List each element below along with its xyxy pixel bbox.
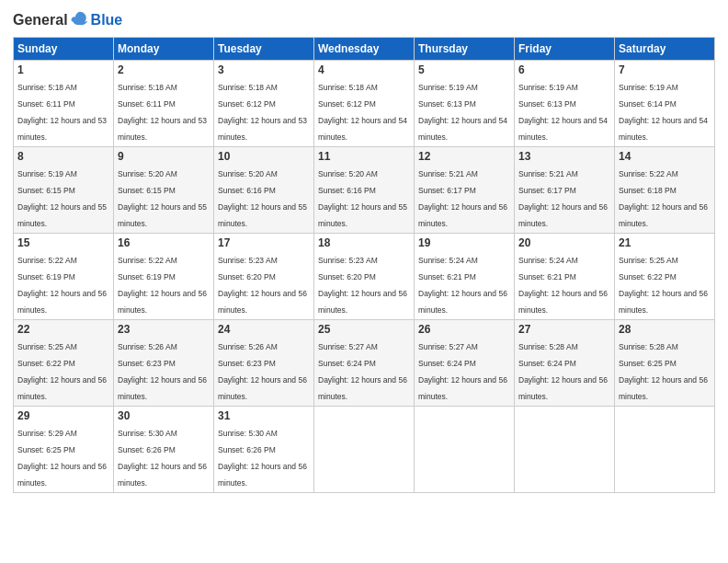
calendar-cell: 6 Sunrise: 5:19 AMSunset: 6:13 PMDayligh… — [515, 61, 615, 147]
day-number: 10 — [218, 150, 310, 163]
calendar-table: SundayMondayTuesdayWednesdayThursdayFrid… — [13, 37, 715, 493]
day-number: 2 — [118, 63, 210, 76]
calendar-cell: 7 Sunrise: 5:19 AMSunset: 6:14 PMDayligh… — [615, 61, 715, 147]
day-number: 17 — [218, 236, 310, 249]
day-number: 16 — [118, 236, 210, 249]
calendar-cell: 22 Sunrise: 5:25 AMSunset: 6:22 PMDaylig… — [14, 320, 114, 407]
calendar-cell: 19 Sunrise: 5:24 AMSunset: 6:21 PMDaylig… — [415, 234, 515, 320]
calendar-cell: 25 Sunrise: 5:27 AMSunset: 6:24 PMDaylig… — [314, 320, 415, 407]
day-number: 8 — [17, 150, 109, 163]
calendar-cell: 31 Sunrise: 5:30 AMSunset: 6:26 PMDaylig… — [214, 407, 314, 493]
day-info: Sunrise: 5:23 AMSunset: 6:20 PMDaylight:… — [218, 256, 307, 315]
calendar-cell: 11 Sunrise: 5:20 AMSunset: 6:16 PMDaylig… — [314, 147, 415, 234]
day-number: 28 — [619, 323, 711, 336]
day-info: Sunrise: 5:20 AMSunset: 6:16 PMDaylight:… — [318, 169, 407, 228]
day-number: 24 — [218, 323, 310, 336]
calendar-cell — [515, 407, 615, 493]
logo-blue-text: Blue — [91, 12, 123, 29]
logo-general-text: General — [13, 12, 68, 29]
header: General Blue — [13, 11, 715, 29]
day-number: 23 — [118, 323, 210, 336]
calendar-cell: 3 Sunrise: 5:18 AMSunset: 6:12 PMDayligh… — [214, 61, 314, 147]
day-info: Sunrise: 5:24 AMSunset: 6:21 PMDaylight:… — [418, 256, 507, 315]
day-info: Sunrise: 5:23 AMSunset: 6:20 PMDaylight:… — [318, 256, 407, 315]
day-number: 1 — [17, 63, 109, 76]
day-info: Sunrise: 5:22 AMSunset: 6:19 PMDaylight:… — [17, 256, 107, 315]
col-header-saturday: Saturday — [615, 38, 715, 61]
day-info: Sunrise: 5:19 AMSunset: 6:14 PMDaylight:… — [619, 83, 708, 142]
day-number: 18 — [318, 236, 410, 249]
day-number: 5 — [418, 63, 510, 76]
day-info: Sunrise: 5:24 AMSunset: 6:21 PMDaylight:… — [518, 256, 608, 315]
day-info: Sunrise: 5:21 AMSunset: 6:17 PMDaylight:… — [518, 169, 608, 228]
calendar-cell: 23 Sunrise: 5:26 AMSunset: 6:23 PMDaylig… — [114, 320, 214, 407]
day-number: 31 — [218, 409, 310, 422]
day-info: Sunrise: 5:28 AMSunset: 6:24 PMDaylight:… — [518, 342, 608, 401]
day-info: Sunrise: 5:29 AMSunset: 6:25 PMDaylight:… — [17, 429, 107, 488]
calendar-week-4: 22 Sunrise: 5:25 AMSunset: 6:22 PMDaylig… — [14, 320, 715, 407]
day-info: Sunrise: 5:26 AMSunset: 6:23 PMDaylight:… — [218, 342, 307, 401]
day-number: 9 — [118, 150, 210, 163]
calendar-week-3: 15 Sunrise: 5:22 AMSunset: 6:19 PMDaylig… — [14, 234, 715, 320]
day-info: Sunrise: 5:25 AMSunset: 6:22 PMDaylight:… — [17, 342, 107, 401]
day-info: Sunrise: 5:18 AMSunset: 6:12 PMDaylight:… — [318, 83, 407, 142]
logo-area: General Blue — [13, 11, 122, 29]
day-number: 7 — [619, 63, 711, 76]
day-info: Sunrise: 5:19 AMSunset: 6:13 PMDaylight:… — [518, 83, 608, 142]
calendar-cell: 17 Sunrise: 5:23 AMSunset: 6:20 PMDaylig… — [214, 234, 314, 320]
calendar-cell — [615, 407, 715, 493]
day-info: Sunrise: 5:19 AMSunset: 6:13 PMDaylight:… — [418, 83, 507, 142]
calendar-cell: 20 Sunrise: 5:24 AMSunset: 6:21 PMDaylig… — [515, 234, 615, 320]
calendar-header-row: SundayMondayTuesdayWednesdayThursdayFrid… — [14, 38, 715, 61]
col-header-thursday: Thursday — [415, 38, 515, 61]
calendar-week-5: 29 Sunrise: 5:29 AMSunset: 6:25 PMDaylig… — [14, 407, 715, 493]
day-number: 29 — [17, 409, 109, 422]
calendar-cell: 24 Sunrise: 5:26 AMSunset: 6:23 PMDaylig… — [214, 320, 314, 407]
page: General Blue SundayMondayTuesdayWednesda… — [0, 0, 728, 563]
day-info: Sunrise: 5:30 AMSunset: 6:26 PMDaylight:… — [118, 429, 207, 488]
day-info: Sunrise: 5:18 AMSunset: 6:11 PMDaylight:… — [17, 83, 107, 142]
calendar-week-1: 1 Sunrise: 5:18 AMSunset: 6:11 PMDayligh… — [14, 61, 715, 147]
calendar-cell: 5 Sunrise: 5:19 AMSunset: 6:13 PMDayligh… — [415, 61, 515, 147]
logo-bird-icon — [70, 11, 90, 29]
calendar-cell: 4 Sunrise: 5:18 AMSunset: 6:12 PMDayligh… — [314, 61, 415, 147]
day-number: 4 — [318, 63, 410, 76]
logo: General Blue — [13, 11, 122, 29]
col-header-tuesday: Tuesday — [214, 38, 314, 61]
day-number: 19 — [418, 236, 510, 249]
day-number: 25 — [318, 323, 410, 336]
day-number: 12 — [418, 150, 510, 163]
calendar-cell: 27 Sunrise: 5:28 AMSunset: 6:24 PMDaylig… — [515, 320, 615, 407]
day-info: Sunrise: 5:28 AMSunset: 6:25 PMDaylight:… — [619, 342, 708, 401]
day-number: 22 — [17, 323, 109, 336]
day-info: Sunrise: 5:26 AMSunset: 6:23 PMDaylight:… — [118, 342, 207, 401]
day-number: 3 — [218, 63, 310, 76]
calendar-cell: 1 Sunrise: 5:18 AMSunset: 6:11 PMDayligh… — [14, 61, 114, 147]
day-number: 30 — [118, 409, 210, 422]
calendar-cell — [314, 407, 415, 493]
calendar-cell: 15 Sunrise: 5:22 AMSunset: 6:19 PMDaylig… — [14, 234, 114, 320]
day-info: Sunrise: 5:30 AMSunset: 6:26 PMDaylight:… — [218, 429, 307, 488]
day-number: 27 — [518, 323, 610, 336]
day-number: 11 — [318, 150, 410, 163]
day-info: Sunrise: 5:18 AMSunset: 6:11 PMDaylight:… — [118, 83, 207, 142]
day-info: Sunrise: 5:20 AMSunset: 6:16 PMDaylight:… — [218, 169, 307, 228]
calendar-cell: 12 Sunrise: 5:21 AMSunset: 6:17 PMDaylig… — [415, 147, 515, 234]
calendar-cell: 16 Sunrise: 5:22 AMSunset: 6:19 PMDaylig… — [114, 234, 214, 320]
day-info: Sunrise: 5:22 AMSunset: 6:18 PMDaylight:… — [619, 169, 708, 228]
day-number: 13 — [518, 150, 610, 163]
day-info: Sunrise: 5:25 AMSunset: 6:22 PMDaylight:… — [619, 256, 708, 315]
col-header-sunday: Sunday — [14, 38, 114, 61]
day-number: 14 — [619, 150, 711, 163]
calendar-cell: 29 Sunrise: 5:29 AMSunset: 6:25 PMDaylig… — [14, 407, 114, 493]
calendar-cell: 14 Sunrise: 5:22 AMSunset: 6:18 PMDaylig… — [615, 147, 715, 234]
calendar-cell: 28 Sunrise: 5:28 AMSunset: 6:25 PMDaylig… — [615, 320, 715, 407]
day-number: 21 — [619, 236, 711, 249]
col-header-monday: Monday — [114, 38, 214, 61]
calendar-cell: 8 Sunrise: 5:19 AMSunset: 6:15 PMDayligh… — [14, 147, 114, 234]
day-info: Sunrise: 5:27 AMSunset: 6:24 PMDaylight:… — [318, 342, 407, 401]
calendar-cell: 2 Sunrise: 5:18 AMSunset: 6:11 PMDayligh… — [114, 61, 214, 147]
day-info: Sunrise: 5:18 AMSunset: 6:12 PMDaylight:… — [218, 83, 307, 142]
calendar-cell: 21 Sunrise: 5:25 AMSunset: 6:22 PMDaylig… — [615, 234, 715, 320]
day-info: Sunrise: 5:21 AMSunset: 6:17 PMDaylight:… — [418, 169, 507, 228]
